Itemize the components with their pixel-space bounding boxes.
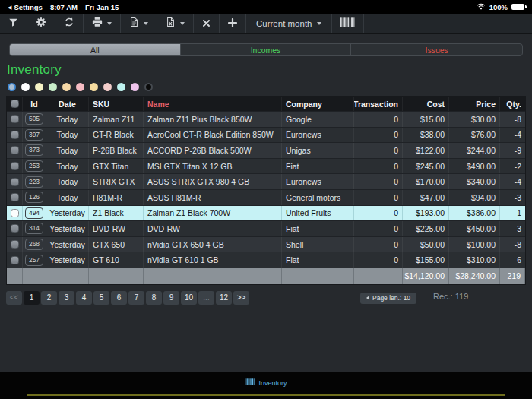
pagination-button-8[interactable]: 8	[146, 291, 162, 305]
row-checkbox[interactable]	[11, 115, 19, 123]
row-checkbox[interactable]	[11, 256, 19, 264]
column-header-transaction[interactable]: Transaction	[354, 97, 403, 111]
cell-id: 253	[23, 159, 46, 174]
cell-id: 257	[23, 252, 46, 268]
barcode-scan-button[interactable]	[332, 14, 364, 33]
row-checkbox[interactable]	[11, 178, 19, 186]
table-row[interactable]: 268YesterdayGTX 650nVidia GTX 650 4 GBSh…	[7, 237, 525, 253]
cell-price: $340.00	[449, 174, 500, 189]
cell-sku: Z1 Black	[89, 206, 144, 221]
row-checkbox[interactable]	[11, 209, 19, 217]
table-row[interactable]: 314YesterdayDVD-RWDVD-RWFiat0$225.00$450…	[7, 221, 525, 237]
row-id-badge: 223	[25, 176, 43, 188]
cell-check	[7, 174, 23, 189]
cell-cost: $122.00	[403, 143, 449, 158]
back-to-settings-link[interactable]: ◀ Settings	[8, 3, 43, 11]
cell-qty: -1	[500, 206, 525, 221]
segment-all[interactable]: All	[10, 44, 181, 55]
column-header-name[interactable]: Name	[144, 97, 282, 111]
print-button[interactable]	[84, 14, 121, 33]
clear-button[interactable]	[194, 14, 220, 33]
cell-transaction: 0	[354, 237, 403, 252]
color-dot-9[interactable]	[117, 83, 125, 91]
cell-transaction: 0	[354, 174, 403, 189]
row-checkbox[interactable]	[11, 193, 19, 201]
row-checkbox[interactable]	[11, 240, 19, 249]
column-header-qty[interactable]: Qty.	[500, 97, 525, 111]
column-header-check[interactable]	[7, 97, 23, 111]
refresh-button[interactable]	[55, 14, 84, 33]
pagination-button-7[interactable]: 7	[128, 291, 144, 305]
color-dot-1[interactable]	[8, 83, 16, 91]
cell-date: Yesterday	[46, 221, 89, 236]
tab-inventory[interactable]: Inventory	[245, 378, 287, 387]
column-header-price[interactable]: Price	[449, 97, 500, 111]
color-dot-6[interactable]	[76, 83, 84, 91]
cell-name: ASUS H81M-R	[144, 190, 282, 205]
cell-transaction: 0	[354, 190, 403, 205]
export-document-button[interactable]	[121, 14, 157, 33]
home-indicator[interactable]	[27, 394, 505, 397]
pagination-button->>[interactable]: >>	[233, 291, 249, 305]
app-screen: ◀ Settings 8:07 AM Fri Jan 15 100%	[0, 0, 532, 399]
pagination-button-1[interactable]: 1	[24, 291, 40, 305]
segment-issues[interactable]: Issues	[351, 44, 522, 55]
pagination-button-9[interactable]: 9	[163, 291, 179, 305]
table-row[interactable]: 126TodayH81M-RASUS H81M-RGeneral motors0…	[7, 190, 525, 206]
cell-id: 314	[23, 221, 46, 236]
cell-name: ACCORD P-26B Black 500W	[144, 143, 282, 158]
column-header-cost[interactable]: Cost	[403, 97, 449, 111]
row-checkbox[interactable]	[11, 146, 19, 154]
color-dot-2[interactable]	[21, 83, 30, 91]
pagination-button-5[interactable]: 5	[93, 291, 109, 305]
color-dot-5[interactable]	[62, 83, 71, 91]
cell-id: 494	[23, 206, 46, 221]
pagination-button-...: ...	[198, 291, 214, 305]
cell-qty: -3	[500, 221, 525, 236]
total-id	[23, 268, 46, 284]
period-dropdown[interactable]: Current month	[246, 14, 332, 33]
color-dot-11[interactable]	[144, 83, 153, 91]
pagination-button-12[interactable]: 12	[216, 291, 232, 305]
settings-button[interactable]	[27, 14, 55, 33]
pagination-button-6[interactable]: 6	[111, 291, 127, 305]
table-row[interactable]: 257YesterdayGT 610nVidia GT 610 1 GBFiat…	[7, 252, 525, 268]
column-header-company[interactable]: Company	[282, 97, 354, 111]
color-dot-4[interactable]	[49, 83, 57, 91]
column-header-id[interactable]: Id	[23, 97, 46, 111]
column-header-date[interactable]: Date	[46, 97, 89, 111]
table-row[interactable]: 494YesterdayZ1 BlackZalman Z1 Black 700W…	[7, 206, 525, 222]
cell-date: Yesterday	[46, 237, 89, 252]
table-row[interactable]: 373TodayP-26B BlackACCORD P-26B Black 50…	[7, 143, 525, 159]
table-row[interactable]: 397TodayGT-R BlackAeroCool GT-R Black Ed…	[7, 128, 525, 144]
pagination-button-3[interactable]: 3	[59, 291, 74, 305]
page-length-button[interactable]: Page len.: 10	[360, 293, 416, 304]
cell-cost: $245.00	[403, 159, 449, 174]
excel-file-icon	[166, 17, 176, 30]
pagination-button-10[interactable]: 10	[181, 291, 197, 305]
export-excel-button[interactable]	[157, 14, 194, 33]
row-checkbox[interactable]	[11, 162, 19, 170]
color-dot-3[interactable]	[35, 83, 43, 91]
pagination-button-2[interactable]: 2	[41, 291, 57, 305]
color-dot-7[interactable]	[90, 83, 98, 91]
status-time: 8:07 AM	[50, 3, 78, 11]
row-checkbox[interactable]	[11, 224, 19, 233]
cell-cost: $170.00	[403, 174, 449, 189]
table-row[interactable]: 253TodayGTX TitanMSI GTX Titan X 12 GBFi…	[7, 159, 525, 175]
table-row[interactable]: 223TodaySTRIX GTXASUS STRIX GTX 980 4 GB…	[7, 174, 525, 190]
cell-id: 223	[23, 174, 46, 189]
color-dot-10[interactable]	[131, 83, 139, 91]
table-row[interactable]: 505TodayZalman Z11Zalman Z11 Plus Black …	[7, 112, 525, 128]
segment-incomes[interactable]: Incomes	[181, 44, 352, 55]
table-header-row: IdDateSKUNameCompanyTransactionCostPrice…	[7, 97, 525, 112]
select-all-checkbox[interactable]	[11, 100, 19, 108]
color-dot-8[interactable]	[103, 83, 112, 91]
column-header-sku[interactable]: SKU	[89, 97, 144, 111]
pagination-button-4[interactable]: 4	[76, 291, 92, 305]
back-arrow-icon: ◀	[8, 5, 11, 10]
row-checkbox[interactable]	[11, 131, 19, 139]
filter-button[interactable]	[0, 14, 27, 33]
main-content: AllIncomesIssues Inventory IdDateSKUName…	[0, 43, 532, 306]
add-button[interactable]	[220, 14, 246, 33]
